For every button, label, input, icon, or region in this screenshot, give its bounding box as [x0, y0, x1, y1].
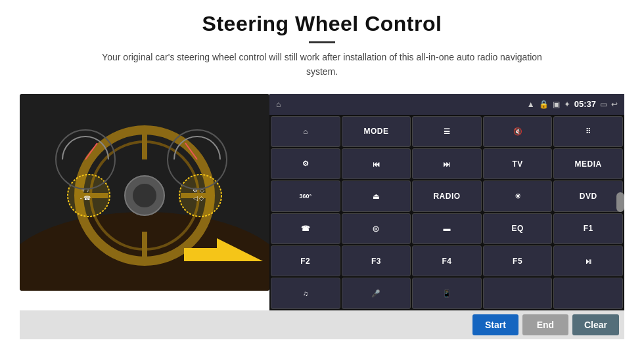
status-time: 05:37: [574, 99, 596, 109]
btn-radio[interactable]: RADIO: [412, 180, 482, 211]
status-bar: ⌂ ▲ 🔒 ▣ ✦ 05:37 ▭ ↩: [269, 94, 624, 115]
bluetooth-icon: ✦: [564, 100, 570, 109]
btn-screen[interactable]: ▬: [412, 213, 482, 244]
btn-eject[interactable]: ⏏: [342, 180, 411, 211]
btn-browse[interactable]: ◎: [342, 213, 411, 244]
wifi-icon: ▲: [527, 100, 535, 109]
btn-f2[interactable]: F2: [271, 245, 340, 276]
content-area: + ♪ - ☎ ⚙ ◇ ◁ ◇: [20, 94, 624, 310]
btn-dvd[interactable]: DVD: [553, 180, 623, 211]
btn-home[interactable]: ⌂: [271, 116, 340, 147]
btn-brightness[interactable]: ☀: [483, 180, 553, 211]
btn-empty2: [553, 278, 623, 308]
home-icon[interactable]: ⌂: [276, 100, 281, 109]
btn-f3[interactable]: F3: [342, 245, 411, 276]
page-container: Steering Wheel Control Your original car…: [0, 0, 644, 357]
btn-mute[interactable]: 🔇: [483, 116, 553, 147]
sim-icon: ▣: [553, 100, 560, 109]
btn-call[interactable]: 📱: [412, 278, 482, 308]
btn-360cam[interactable]: 360°: [271, 180, 340, 211]
btn-tv[interactable]: TV: [483, 148, 553, 179]
scroll-indicator[interactable]: [616, 192, 624, 212]
btn-f1[interactable]: F1: [553, 213, 623, 244]
steering-wheel-illustration: + ♪ - ☎ ⚙ ◇ ◁ ◇: [20, 94, 269, 291]
control-panel: ⌂ ▲ 🔒 ▣ ✦ 05:37 ▭ ↩ ⌂ MODE ☰ 🔇: [269, 94, 624, 310]
start-button[interactable]: Start: [472, 314, 518, 335]
svg-point-9: [133, 184, 156, 207]
btn-next[interactable]: ⏭: [412, 148, 482, 179]
btn-eq[interactable]: EQ: [483, 213, 553, 244]
svg-rect-17: [184, 248, 220, 261]
svg-text:◁  ◇: ◁ ◇: [193, 195, 204, 201]
btn-apps[interactable]: ⠿: [553, 116, 623, 147]
button-grid: ⌂ MODE ☰ 🔇 ⠿ ⚙ ⏮ ⏭ TV MEDIA 360° ⏏ RADIO…: [269, 115, 624, 310]
page-title: Steering Wheel Control: [92, 12, 552, 36]
btn-music[interactable]: ♫: [271, 278, 340, 308]
btn-mic[interactable]: 🎤: [342, 278, 411, 308]
end-button[interactable]: End: [522, 314, 568, 335]
btn-prev[interactable]: ⏮: [342, 148, 411, 179]
btn-f5[interactable]: F5: [483, 245, 553, 276]
status-left: ⌂: [276, 100, 281, 109]
btn-phone[interactable]: ☎: [271, 213, 340, 244]
svg-text:-  ☎: - ☎: [80, 195, 91, 201]
status-right: ▲ 🔒 ▣ ✦ 05:37 ▭ ↩: [527, 99, 618, 109]
subtitle: Your original car's steering wheel contr…: [92, 50, 552, 79]
btn-empty1: [483, 278, 553, 308]
title-divider: [309, 41, 335, 43]
svg-text:+  ♪: + ♪: [81, 187, 89, 194]
btn-f4[interactable]: F4: [412, 245, 482, 276]
lock-icon: 🔒: [539, 100, 549, 109]
btn-playpause[interactable]: ⏯: [553, 245, 623, 276]
btn-media[interactable]: MEDIA: [553, 148, 623, 179]
btn-settings[interactable]: ⚙: [271, 148, 340, 179]
screen-icon: ▭: [600, 100, 607, 109]
btn-menu[interactable]: ☰: [412, 116, 482, 147]
back-icon: ↩: [611, 100, 618, 109]
clear-button[interactable]: Clear: [572, 314, 619, 335]
car-image: + ♪ - ☎ ⚙ ◇ ◁ ◇: [20, 94, 269, 291]
title-section: Steering Wheel Control Your original car…: [92, 12, 552, 89]
btn-mode[interactable]: MODE: [342, 116, 411, 147]
bottom-bar: Start End Clear: [20, 310, 624, 339]
